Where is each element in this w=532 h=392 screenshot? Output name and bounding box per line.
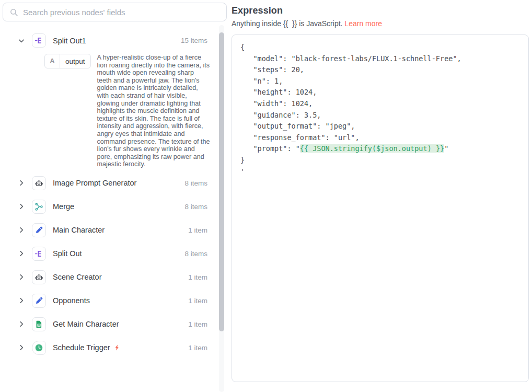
node-label: Opponents bbox=[53, 296, 90, 305]
node-label: Image Prompt Generator bbox=[53, 179, 136, 187]
chevron-right-icon[interactable] bbox=[18, 344, 25, 351]
expression-highlight: {{ JSON.stringify($json.output) }} bbox=[300, 144, 444, 153]
node-label: Split Out1 bbox=[53, 37, 86, 45]
code-line: "response_format": "url", bbox=[240, 132, 520, 144]
code-text: "output_format": "jpeg", bbox=[240, 122, 355, 130]
node-label: Split Out bbox=[53, 249, 82, 258]
previous-nodes-panel: Split Out1 15 items A output A hyper-rea… bbox=[0, 0, 228, 392]
subtitle-text: Anything inside {{ }} is JavaScript. bbox=[232, 19, 342, 28]
expression-panel: Expression Anything inside {{ }} is Java… bbox=[228, 0, 532, 392]
code-text: } bbox=[240, 156, 245, 164]
code-text: "response_format": "url", bbox=[240, 133, 360, 142]
node-item-count: 1 item bbox=[188, 320, 207, 328]
code-text: "height": 1024, bbox=[240, 88, 317, 96]
field-pill-output[interactable]: A output bbox=[44, 54, 91, 68]
code-line: { bbox=[240, 42, 520, 53]
code-text: "model": "black-forest-labs/FLUX.1-schne… bbox=[240, 54, 461, 63]
node-label: Get Main Character bbox=[53, 320, 119, 328]
split-out-icon bbox=[32, 33, 46, 48]
robot-icon bbox=[32, 176, 46, 190]
nodes-tree: Split Out1 15 items A output A hyper-rea… bbox=[3, 21, 228, 355]
code-line: ' bbox=[240, 166, 520, 178]
pencil-icon bbox=[32, 223, 46, 237]
code-text: ' bbox=[240, 167, 245, 176]
left-panel-scrollbar[interactable] bbox=[219, 25, 224, 392]
node-label: Scene Creator bbox=[53, 273, 102, 281]
chevron-right-icon[interactable] bbox=[18, 297, 25, 304]
node-item-count: 8 items bbox=[184, 179, 207, 187]
code-text: "prompt": " bbox=[240, 144, 300, 153]
code-line: "guidance": 3.5, bbox=[240, 110, 520, 121]
field-value-preview: A hyper-realistic close-up of a fierce l… bbox=[97, 54, 211, 168]
code-line: "output_format": "jpeg", bbox=[240, 121, 520, 132]
code-text: "steps": 20, bbox=[240, 65, 304, 74]
node-item-count: 1 item bbox=[188, 273, 207, 281]
search-input[interactable] bbox=[23, 8, 220, 17]
chevron-right-icon[interactable] bbox=[18, 320, 25, 328]
clock-icon bbox=[32, 341, 46, 355]
split-out-icon bbox=[32, 247, 46, 261]
chevron-right-icon[interactable] bbox=[18, 273, 25, 281]
chevron-right-icon[interactable] bbox=[18, 226, 25, 234]
sheets-icon bbox=[32, 317, 46, 331]
code-line: "model": "black-forest-labs/FLUX.1-schne… bbox=[240, 53, 520, 65]
learn-more-link[interactable]: Learn more bbox=[344, 19, 382, 28]
chevron-right-icon[interactable] bbox=[18, 203, 25, 210]
merge-icon bbox=[32, 200, 46, 214]
code-text: { bbox=[240, 43, 245, 51]
chevron-right-icon[interactable] bbox=[18, 179, 25, 187]
code-line: "prompt": "{{ JSON.stringify($json.outpu… bbox=[240, 143, 520, 155]
node-label: Merge bbox=[53, 202, 74, 211]
expression-code-editor[interactable]: { "model": "black-forest-labs/FLUX.1-sch… bbox=[232, 34, 529, 382]
node-item-count: 1 item bbox=[188, 297, 207, 305]
code-line: "steps": 20, bbox=[240, 64, 520, 76]
node-row-get-main-character[interactable]: Get Main Character 1 item bbox=[18, 317, 228, 331]
code-line: "n": 1, bbox=[240, 76, 520, 87]
code-line: } bbox=[240, 155, 520, 166]
node-row-schedule-trigger[interactable]: Schedule Trigger 1 item bbox=[18, 341, 228, 355]
search-box[interactable] bbox=[3, 3, 227, 21]
code-text: " bbox=[444, 144, 448, 153]
robot-icon bbox=[32, 270, 46, 284]
collapsed-node-rows: Image Prompt Generator 8 items Merge 8 i… bbox=[18, 176, 228, 355]
field-name: output bbox=[60, 57, 90, 65]
search-icon bbox=[9, 8, 18, 17]
string-type-icon: A bbox=[45, 54, 60, 68]
code-line: "width": 1024, bbox=[240, 98, 520, 110]
node-row-split-out1[interactable]: Split Out1 15 items bbox=[18, 33, 228, 48]
code-text: "n": 1, bbox=[240, 77, 283, 85]
code-text: "width": 1024, bbox=[240, 99, 313, 108]
chevron-down-icon[interactable] bbox=[18, 37, 25, 44]
node-label: Main Character bbox=[53, 226, 105, 234]
node-label: Schedule Trigger bbox=[53, 343, 110, 352]
field-row-output: A output A hyper-realistic close-up of a… bbox=[44, 54, 228, 168]
node-item-count: 1 item bbox=[188, 226, 207, 234]
code-text: "guidance": 3.5, bbox=[240, 111, 321, 119]
chevron-right-icon[interactable] bbox=[18, 250, 25, 257]
node-row-opponents[interactable]: Opponents 1 item bbox=[18, 294, 228, 308]
node-row-main-character[interactable]: Main Character 1 item bbox=[18, 223, 228, 237]
expression-subtitle: Anything inside {{ }} is JavaScript. Lea… bbox=[232, 19, 529, 28]
code-line: "height": 1024, bbox=[240, 87, 520, 98]
node-row-merge[interactable]: Merge 8 items bbox=[18, 200, 228, 214]
node-item-count: 8 items bbox=[184, 203, 207, 211]
node-row-image-prompt-generator[interactable]: Image Prompt Generator 8 items bbox=[18, 176, 228, 190]
node-row-split-out[interactable]: Split Out 8 items bbox=[18, 247, 228, 261]
trigger-bolt-icon bbox=[114, 343, 121, 352]
expression-title: Expression bbox=[232, 5, 529, 16]
node-row-scene-creator[interactable]: Scene Creator 1 item bbox=[18, 270, 228, 284]
node-item-count: 8 items bbox=[184, 250, 207, 258]
scrollbar-thumb[interactable] bbox=[219, 32, 224, 331]
pencil-icon bbox=[32, 294, 46, 308]
node-item-count: 1 item bbox=[188, 344, 207, 352]
node-item-count: 15 items bbox=[181, 37, 207, 44]
expression-editor: Split Out1 15 items A output A hyper-rea… bbox=[0, 0, 532, 392]
